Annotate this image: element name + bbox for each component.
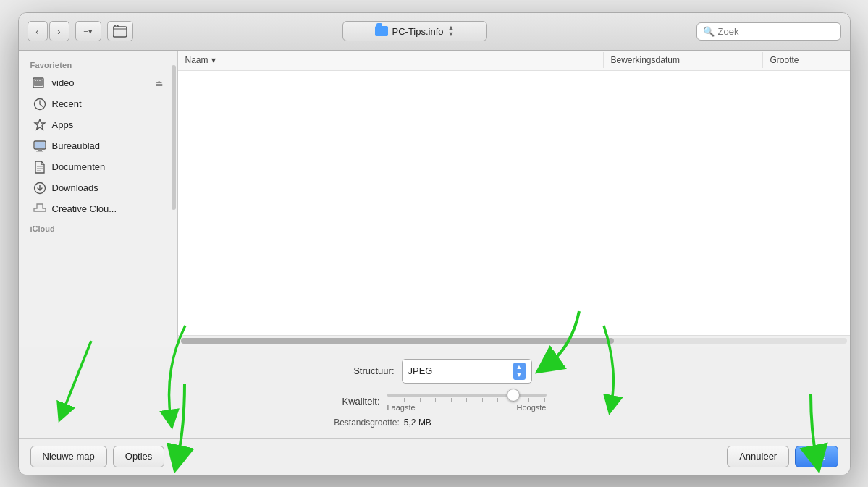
bestandsgrootte-value: 5,2 MB <box>404 418 534 428</box>
nav-buttons: ‹ › <box>28 21 69 41</box>
kwaliteit-label: Kwaliteit: <box>322 396 380 407</box>
slider-track[interactable] <box>387 394 547 397</box>
format-value: JPEG <box>408 365 433 376</box>
col-grootte[interactable]: Grootte <box>763 52 850 68</box>
col-datum[interactable]: Bewerkingsdatum <box>604 52 763 68</box>
back-button[interactable]: ‹ <box>28 21 48 41</box>
sidebar-section-icloud: iCloud <box>19 220 177 234</box>
slider-thumb[interactable] <box>507 389 520 402</box>
sidebar-item-documenten-label: Documenten <box>52 161 106 172</box>
sidebar-item-downloads[interactable]: Downloads <box>23 178 173 198</box>
sidebar-item-video[interactable]: video ⏏ <box>23 73 173 93</box>
downloads-icon <box>33 182 46 195</box>
sidebar-section-favorieten: Favorieten <box>19 58 177 72</box>
quality-row: Kwaliteit: <box>33 391 835 412</box>
content-area: Naam ▾ Bewerkingsdatum Grootte <box>178 51 850 347</box>
slider-max-label: Hoogste <box>517 403 547 412</box>
scrollbar-thumb <box>181 338 614 344</box>
video-icon <box>33 77 46 90</box>
format-select[interactable]: JPEG ▲▼ <box>402 359 532 384</box>
view-options-button[interactable]: ≡▾ <box>75 21 101 41</box>
location-arrows-icon: ▲ ▼ <box>448 25 455 38</box>
recent-icon <box>33 98 46 111</box>
toolbar: ‹ › ≡▾ PC-Tips.info ▲ ▼ 🔍 <box>19 13 850 51</box>
main-area: Favorieten video ⏏ Recent <box>19 51 850 347</box>
format-row: Structuur: JPEG ▲▼ <box>33 359 835 384</box>
sidebar-scrollbar[interactable] <box>172 65 176 210</box>
kies-button[interactable]: Kies <box>795 446 838 467</box>
sidebar-item-recent-label: Recent <box>52 98 82 109</box>
sidebar: Favorieten video ⏏ Recent <box>19 51 178 347</box>
slider-ticks <box>387 398 547 402</box>
sidebar-item-bureaublad-label: Bureaublad <box>52 140 101 151</box>
column-headers: Naam ▾ Bewerkingsdatum Grootte <box>178 51 850 71</box>
sidebar-item-bureaublad[interactable]: Bureaublad <box>23 136 173 156</box>
svg-rect-3 <box>35 80 36 81</box>
sidebar-item-downloads-label: Downloads <box>52 182 98 193</box>
svg-rect-5 <box>39 80 41 81</box>
forward-button[interactable]: › <box>49 21 69 41</box>
sidebar-item-apps-label: Apps <box>52 119 74 130</box>
search-input[interactable] <box>718 26 827 37</box>
location-picker[interactable]: PC-Tips.info ▲ ▼ <box>342 21 487 41</box>
svg-rect-11 <box>36 151 43 152</box>
search-icon: 🔍 <box>703 26 715 37</box>
slider-labels: Laagste Hoogste <box>387 403 547 412</box>
slider-fill <box>387 394 515 397</box>
structuur-label: Structuur: <box>337 365 395 376</box>
nieuwe-map-button[interactable]: Nieuwe map <box>30 446 107 467</box>
svg-rect-0 <box>113 27 127 37</box>
file-list[interactable] <box>178 71 850 335</box>
creative-cloud-icon <box>33 203 46 216</box>
format-arrows-icon: ▲▼ <box>513 363 526 380</box>
sidebar-item-recent[interactable]: Recent <box>23 94 173 114</box>
bottom-buttons: Nieuwe map Opties Annuleer Kies <box>19 438 850 475</box>
sidebar-item-creative-label: Creative Clou... <box>52 203 117 214</box>
quality-slider-wrap: Laagste Hoogste <box>387 391 547 412</box>
sidebar-item-creative-cloud[interactable]: Creative Clou... <box>23 199 173 219</box>
slider-min-label: Laagste <box>387 403 416 412</box>
scrollbar-track <box>181 338 847 344</box>
apps-icon <box>33 119 46 132</box>
bestandsgrootte-label: Bestandsgrootte: <box>334 418 400 428</box>
documenten-icon <box>33 161 46 174</box>
sidebar-item-video-label: video <box>52 77 75 88</box>
col-naam[interactable]: Naam ▾ <box>178 52 604 68</box>
sidebar-item-documenten[interactable]: Documenten <box>23 157 173 177</box>
svg-marker-7 <box>35 119 45 130</box>
svg-rect-10 <box>38 149 42 151</box>
new-folder-button[interactable] <box>107 21 133 41</box>
sort-arrow-icon: ▾ <box>211 55 216 65</box>
folder-icon <box>375 26 388 36</box>
filesize-row: Bestandsgrootte: 5,2 MB <box>33 418 835 428</box>
bottom-panel: Structuur: JPEG ▲▼ Kwaliteit: <box>19 347 850 438</box>
svg-rect-9 <box>35 142 45 148</box>
annuleer-button[interactable]: Annuleer <box>727 446 789 467</box>
location-name: PC-Tips.info <box>392 26 444 37</box>
bureaublad-icon <box>33 140 46 153</box>
opties-button[interactable]: Opties <box>113 446 165 467</box>
horizontal-scrollbar[interactable] <box>178 335 850 347</box>
eject-icon[interactable]: ⏏ <box>155 78 163 88</box>
svg-rect-4 <box>37 80 38 81</box>
sidebar-item-apps[interactable]: Apps <box>23 115 173 135</box>
search-box[interactable]: 🔍 <box>696 22 841 41</box>
